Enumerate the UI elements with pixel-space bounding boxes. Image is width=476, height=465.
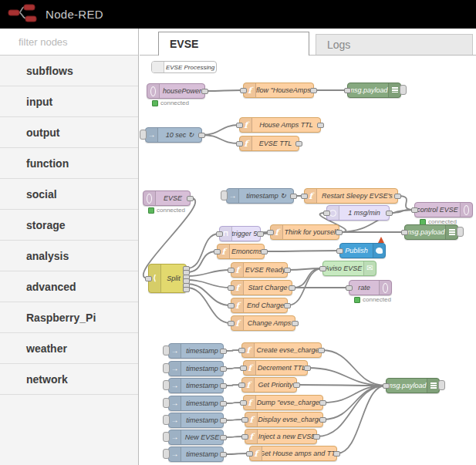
input-port[interactable] xyxy=(240,88,247,93)
inject-button[interactable] xyxy=(163,363,170,373)
input-port[interactable] xyxy=(383,383,390,389)
node-trigger-5s[interactable]: ⊓trigger 5s xyxy=(219,226,261,241)
node-timestamp[interactable]: →timestamp xyxy=(168,396,224,411)
node-evse-ttl[interactable]: fEVSE TTL xyxy=(239,136,299,151)
node-restart-sleepy-evse-s[interactable]: fRestart Sleepy EVSE's xyxy=(304,188,398,204)
node-timestamp[interactable]: →timestamp ↻ xyxy=(226,188,294,204)
input-port[interactable] xyxy=(401,230,408,235)
node-msg-payload[interactable]: msg.payload xyxy=(386,378,440,393)
node-evse-ready[interactable]: fEVSE Ready xyxy=(231,262,288,278)
sidebar-item-subflows[interactable]: subflows xyxy=(0,56,138,86)
sidebar-item-function[interactable]: function xyxy=(0,148,138,179)
output-port[interactable] xyxy=(290,194,297,199)
output-port[interactable] xyxy=(319,417,326,423)
filter-nodes-input[interactable] xyxy=(17,35,128,49)
input-port[interactable] xyxy=(240,366,247,371)
input-port[interactable] xyxy=(323,211,330,216)
output-port[interactable] xyxy=(289,285,295,291)
output-port[interactable] xyxy=(293,382,300,388)
node-house-amps-ttl[interactable]: fHouse Amps TTL xyxy=(239,117,321,133)
output-port[interactable] xyxy=(220,366,227,372)
input-port[interactable] xyxy=(336,248,343,254)
node-split[interactable]: ⟨Split xyxy=(148,264,187,293)
input-port[interactable] xyxy=(238,348,245,353)
node-housepower[interactable]: housePowerconnected xyxy=(147,83,205,99)
input-port[interactable] xyxy=(236,141,243,147)
node-decrement-ttl[interactable]: fDecrement TTL xyxy=(243,360,308,376)
node-timestamp[interactable]: →timestamp xyxy=(168,446,224,462)
node-timestamp[interactable]: →timestamp xyxy=(168,378,224,393)
node-timestamp[interactable]: →timestamp xyxy=(168,413,224,428)
inject-button[interactable] xyxy=(163,415,170,425)
node-change-amps[interactable]: fChange Amps xyxy=(231,315,295,331)
output-port[interactable] xyxy=(220,418,227,423)
output-port[interactable] xyxy=(220,452,227,457)
sidebar-item-storage[interactable]: storage xyxy=(0,210,138,241)
node-evse-processing[interactable]: EVSE Processing xyxy=(151,61,217,73)
output-port[interactable] xyxy=(257,231,264,237)
node-end-charge[interactable]: fEnd Charge xyxy=(231,298,288,313)
inject-button[interactable] xyxy=(163,398,170,408)
tab-logs[interactable]: Logs xyxy=(316,34,473,55)
node-msg-payload[interactable]: msg.payload xyxy=(404,224,458,240)
output-port[interactable] xyxy=(386,211,393,216)
tab-evse[interactable]: EVSE xyxy=(158,32,309,56)
sidebar-item-output[interactable]: output xyxy=(0,117,138,148)
output-port[interactable] xyxy=(295,141,302,147)
node-emoncms[interactable]: fEmoncms xyxy=(217,244,265,259)
input-port[interactable] xyxy=(240,400,247,406)
output-port[interactable] xyxy=(317,123,324,128)
node-inject-a-new-evse[interactable]: fInject a new EVSE xyxy=(245,429,317,444)
sidebar-item-advanced[interactable]: advanced xyxy=(0,271,138,302)
inject-button[interactable] xyxy=(140,130,147,140)
input-port[interactable] xyxy=(236,123,243,128)
output-port[interactable] xyxy=(292,321,299,326)
input-port[interactable] xyxy=(238,382,245,388)
node-timestamp[interactable]: →timestamp xyxy=(168,361,224,376)
node-think-for-yourself[interactable]: fThink for yourself xyxy=(270,224,339,240)
output-port[interactable] xyxy=(319,400,326,406)
node-flow-houseamps[interactable]: fflow "HouseAmps" xyxy=(243,83,314,98)
output-port[interactable] xyxy=(183,287,190,292)
node-evse[interactable]: EVSEconnected xyxy=(143,190,191,206)
sidebar-item-weather[interactable]: weather xyxy=(0,333,138,364)
input-port[interactable] xyxy=(214,249,221,254)
node-new-evse[interactable]: →New EVSE xyxy=(168,430,224,445)
input-port[interactable] xyxy=(267,230,274,235)
debug-toggle-button[interactable] xyxy=(438,380,445,390)
output-port[interactable] xyxy=(220,435,227,440)
input-port[interactable] xyxy=(228,285,235,291)
debug-toggle-button[interactable] xyxy=(457,227,464,237)
sidebar-item-analysis[interactable]: analysis xyxy=(0,241,138,271)
inject-button[interactable] xyxy=(163,449,170,459)
output-port[interactable] xyxy=(201,89,208,94)
node-publish[interactable]: Publish xyxy=(339,243,386,258)
input-port[interactable] xyxy=(228,268,235,273)
output-port[interactable] xyxy=(394,194,401,199)
output-port[interactable] xyxy=(313,434,320,440)
output-port[interactable] xyxy=(336,230,343,235)
input-port[interactable] xyxy=(228,321,235,326)
input-port[interactable] xyxy=(301,194,308,199)
node-get-priority[interactable]: fGet Priority xyxy=(241,377,297,393)
output-port[interactable] xyxy=(198,133,205,138)
input-port[interactable] xyxy=(241,417,248,423)
node-rate[interactable]: rateconnected xyxy=(349,280,392,295)
output-port[interactable] xyxy=(220,401,227,406)
input-port[interactable] xyxy=(319,266,326,271)
node-display-evse-charge[interactable]: fDisplay evse_charge xyxy=(245,412,323,427)
node-get-house-amps-and-ttl[interactable]: fGet House amps and TTL xyxy=(249,446,337,461)
input-port[interactable] xyxy=(228,303,235,308)
output-port[interactable] xyxy=(220,383,227,389)
input-port[interactable] xyxy=(241,434,248,440)
sidebar-item-raspberry-pi[interactable]: Raspberry_Pi xyxy=(0,302,138,333)
node-10-sec[interactable]: →10 sec ↻ xyxy=(145,127,202,143)
input-port[interactable] xyxy=(145,276,152,281)
input-port[interactable] xyxy=(216,231,223,237)
inject-button[interactable] xyxy=(163,345,170,355)
debug-toggle-button[interactable] xyxy=(400,85,407,95)
output-port[interactable] xyxy=(284,268,291,273)
inject-button[interactable] xyxy=(163,432,170,442)
node-1-msg-min[interactable]: 1 msg/min xyxy=(326,205,390,221)
output-port[interactable] xyxy=(284,303,291,308)
